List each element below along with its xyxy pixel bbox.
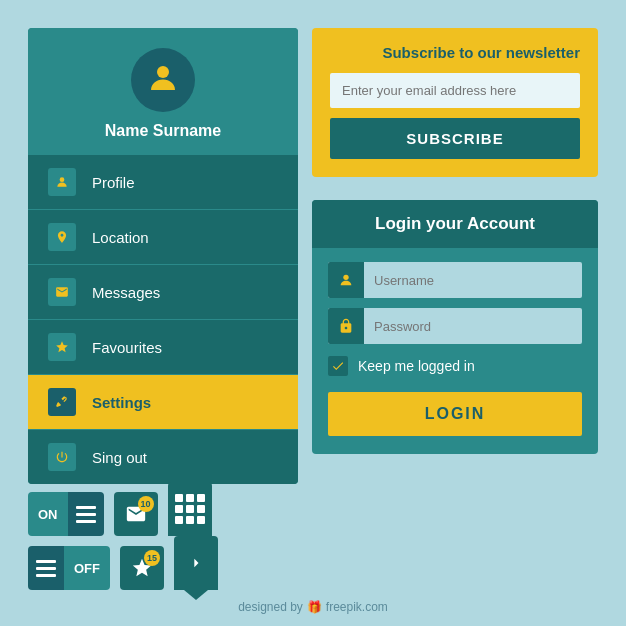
messages-label: Messages <box>92 284 160 301</box>
wrench-icon <box>48 388 76 416</box>
user-icon <box>48 168 76 196</box>
badge-count-1: 10 <box>138 496 154 512</box>
dot <box>197 494 205 502</box>
svg-point-1 <box>60 177 65 182</box>
username-input[interactable] <box>364 264 582 297</box>
arrow-icon <box>174 536 218 590</box>
grid-icon <box>168 482 212 536</box>
dot <box>175 505 183 513</box>
dot <box>175 494 183 502</box>
arrow-bubble-widget[interactable] <box>174 536 218 600</box>
password-field <box>328 308 582 344</box>
favourites-label: Favourites <box>92 339 162 356</box>
line <box>76 513 96 516</box>
line <box>36 560 56 563</box>
dot <box>197 505 205 513</box>
envelope-icon <box>48 278 76 306</box>
line <box>36 574 56 577</box>
line <box>36 567 56 570</box>
svg-point-2 <box>343 275 348 280</box>
keep-logged-row: Keep me logged in <box>328 354 582 378</box>
avatar-icon <box>145 60 181 101</box>
login-body: Keep me logged in LOGIN <box>312 248 598 454</box>
avatar <box>131 48 195 112</box>
star-icon <box>48 333 76 361</box>
toggle-lines2-icon <box>28 546 64 590</box>
username-icon <box>328 262 364 298</box>
sidebar-item-singout[interactable]: Sing out <box>28 429 298 484</box>
badge-count-2: 15 <box>144 550 160 566</box>
chevron-right-icon <box>186 553 206 573</box>
dot <box>186 505 194 513</box>
user-name: Name Surname <box>105 122 222 140</box>
grid-dots <box>171 490 209 528</box>
location-icon <box>48 223 76 251</box>
sidebar-item-settings[interactable]: Settings <box>28 374 298 429</box>
dot <box>197 516 205 524</box>
footer-text: designed by <box>238 600 303 614</box>
login-button[interactable]: LOGIN <box>328 392 582 436</box>
newsletter-title: Subscribe to our newsletter <box>330 44 580 61</box>
email-input[interactable] <box>330 73 580 108</box>
toggle-lines-icon <box>68 492 104 536</box>
login-title: Login your Account <box>312 200 598 248</box>
widgets-row-2: OFF 15 <box>28 536 218 600</box>
power-icon <box>48 443 76 471</box>
keep-logged-checkbox[interactable] <box>328 356 348 376</box>
toggle-on-widget[interactable]: ON <box>28 492 104 536</box>
dot <box>175 516 183 524</box>
line <box>76 520 96 523</box>
login-panel: Login your Account Keep me logged in LOG… <box>312 200 598 454</box>
star-badge-widget[interactable]: 15 <box>120 546 164 590</box>
dot <box>186 494 194 502</box>
line <box>76 506 96 509</box>
lock-icon <box>328 308 364 344</box>
settings-label: Settings <box>92 394 151 411</box>
password-input[interactable] <box>364 310 582 343</box>
svg-point-0 <box>157 66 169 78</box>
off-label: OFF <box>64 546 110 590</box>
subscribe-button[interactable]: SUBSCRIBE <box>330 118 580 159</box>
location-label: Location <box>92 229 149 246</box>
profile-label: Profile <box>92 174 135 191</box>
sidebar-item-messages[interactable]: Messages <box>28 264 298 319</box>
user-header: Name Surname <box>28 28 298 154</box>
on-label: ON <box>28 492 68 536</box>
sidebar-item-location[interactable]: Location <box>28 209 298 264</box>
newsletter-panel: Subscribe to our newsletter SUBSCRIBE <box>312 28 598 177</box>
sidebar-item-profile[interactable]: Profile <box>28 154 298 209</box>
footer: designed by 🎁 freepik.com <box>238 600 388 614</box>
user-menu-panel: Name Surname Profile Location Messages F… <box>28 28 298 484</box>
envelope-badge-widget[interactable]: 10 <box>114 492 158 536</box>
keep-logged-label: Keep me logged in <box>358 358 475 374</box>
footer-emoji: 🎁 <box>307 600 322 614</box>
dot <box>186 516 194 524</box>
singout-label: Sing out <box>92 449 147 466</box>
footer-brand: freepik.com <box>326 600 388 614</box>
sidebar-item-favourites[interactable]: Favourites <box>28 319 298 374</box>
username-field <box>328 262 582 298</box>
toggle-off-widget[interactable]: OFF <box>28 546 110 590</box>
